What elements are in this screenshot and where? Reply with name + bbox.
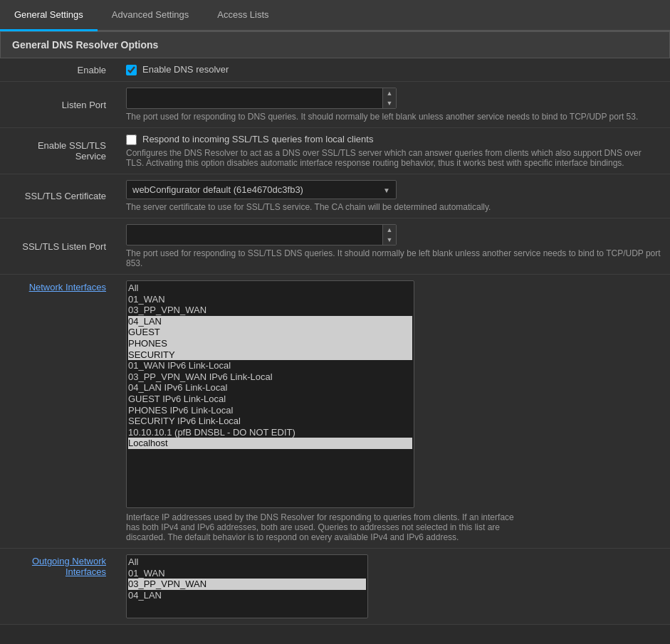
ssl-tls-cert-value: webConfigurator default (61e4670dc3fb3) … xyxy=(117,174,670,218)
network-interfaces-row: Network Interfaces All01_WAN03_PP_VPN_WA… xyxy=(0,275,670,549)
ssl-tls-service-label: Enable SSL/TLS Service xyxy=(0,128,117,174)
network-interfaces-listbox[interactable]: All01_WAN03_PP_VPN_WAN04_LANGUESTPHONESS… xyxy=(126,280,414,508)
network-interfaces-label: Network Interfaces xyxy=(0,275,117,549)
ssl-tls-port-value: 853 ▲ ▼ The port used for responding to … xyxy=(117,218,670,275)
outgoing-interfaces-listbox-wrap: All01_WAN03_PP_VPN_WAN04_LAN xyxy=(126,554,425,618)
enable-label: Enable xyxy=(0,58,117,82)
listen-port-input[interactable]: 53 xyxy=(127,90,382,107)
listen-port-up[interactable]: ▲ xyxy=(383,88,396,98)
ssl-tls-service-row: Enable SSL/TLS Service Respond to incomi… xyxy=(0,128,670,174)
ssl-tls-port-up[interactable]: ▲ xyxy=(383,225,396,235)
ssl-tls-cert-help: The server certificate to use for SSL/TL… xyxy=(126,202,661,212)
ssl-tls-port-help: The port used for responding to SSL/TLS … xyxy=(126,248,661,268)
listen-port-help: The port used for responding to DNS quer… xyxy=(126,112,661,122)
ssl-tls-cert-select-wrap: webConfigurator default (61e4670dc3fb3) xyxy=(126,180,397,199)
network-interfaces-link[interactable]: Network Interfaces xyxy=(29,282,106,292)
network-interfaces-value: All01_WAN03_PP_VPN_WAN04_LANGUESTPHONESS… xyxy=(117,275,670,549)
outgoing-interfaces-listbox[interactable]: All01_WAN03_PP_VPN_WAN04_LAN xyxy=(126,554,368,618)
ssl-tls-service-help: Configures the DNS Resolver to act as a … xyxy=(126,148,661,168)
ssl-tls-service-value: Respond to incoming SSL/TLS queries from… xyxy=(117,128,670,174)
ssl-tls-port-input-wrap: 853 ▲ ▼ xyxy=(126,224,397,246)
tab-access-lists[interactable]: Access Lists xyxy=(203,0,283,31)
dns-resolver-form: Enable Enable DNS resolver Listen Port 5… xyxy=(0,58,670,625)
listen-port-row: Listen Port 53 ▲ ▼ The port used for res… xyxy=(0,82,670,128)
tab-advanced-settings[interactable]: Advanced Settings xyxy=(98,0,203,31)
ssl-tls-port-row: SSL/TLS Listen Port 853 ▲ ▼ The port use… xyxy=(0,218,670,275)
ssl-tls-port-down[interactable]: ▼ xyxy=(383,235,396,245)
section-header: General DNS Resolver Options xyxy=(0,31,670,58)
outgoing-interfaces-row: Outgoing Network Interfaces All01_WAN03_… xyxy=(0,549,670,625)
ssl-tls-cert-row: SSL/TLS Certificate webConfigurator defa… xyxy=(0,174,670,218)
tab-general-settings[interactable]: General Settings xyxy=(0,0,98,31)
ssl-tls-port-label: SSL/TLS Listen Port xyxy=(0,218,117,275)
listen-port-input-wrap: 53 ▲ ▼ xyxy=(126,88,397,109)
ssl-tls-port-input[interactable]: 853 xyxy=(127,226,382,244)
listen-port-label: Listen Port xyxy=(0,82,117,128)
listen-port-spinners: ▲ ▼ xyxy=(382,88,396,108)
ssl-tls-cert-select[interactable]: webConfigurator default (61e4670dc3fb3) xyxy=(127,181,396,199)
ssl-tls-service-checkbox[interactable] xyxy=(126,134,137,145)
ssl-tls-cert-label: SSL/TLS Certificate xyxy=(0,174,117,218)
enable-value: Enable DNS resolver xyxy=(117,58,670,82)
outgoing-interfaces-link[interactable]: Outgoing Network Interfaces xyxy=(32,556,106,577)
enable-checkbox[interactable] xyxy=(126,65,137,75)
network-interfaces-listbox-wrap: All01_WAN03_PP_VPN_WAN04_LANGUESTPHONESS… xyxy=(126,280,425,508)
tabs-bar: General Settings Advanced Settings Acces… xyxy=(0,0,670,31)
listen-port-down[interactable]: ▼ xyxy=(383,98,396,108)
outgoing-interfaces-label: Outgoing Network Interfaces xyxy=(0,549,117,625)
ssl-tls-port-spinners: ▲ ▼ xyxy=(382,225,396,245)
network-interfaces-help: Interface IP addresses used by the DNS R… xyxy=(126,512,525,542)
listen-port-value: 53 ▲ ▼ The port used for responding to D… xyxy=(117,82,670,128)
enable-row: Enable Enable DNS resolver xyxy=(0,58,670,82)
outgoing-interfaces-value: All01_WAN03_PP_VPN_WAN04_LAN xyxy=(117,549,670,625)
